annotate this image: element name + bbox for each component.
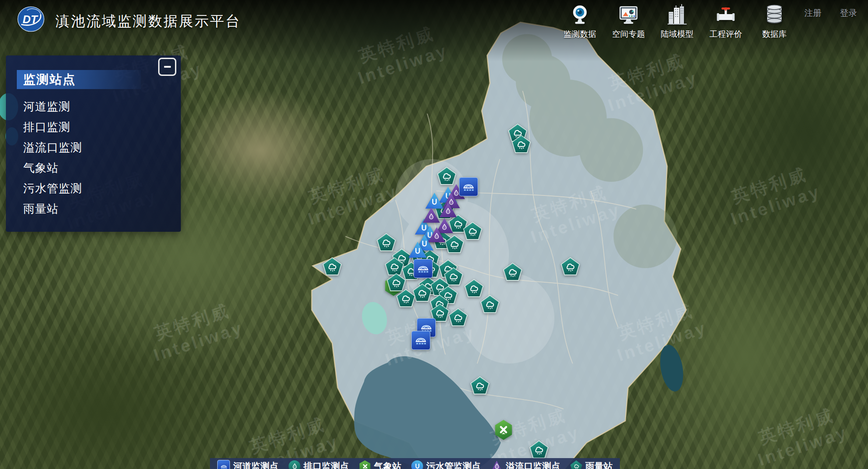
sidebar-item-3[interactable]: 溢流口监测: [17, 137, 181, 158]
river-marker-shape: [411, 331, 430, 350]
weather-marker-shape: [494, 420, 513, 440]
rain-marker-shape: [529, 440, 549, 459]
rain-marker-shape: [445, 235, 464, 253]
legend-label: 排口监测点: [304, 460, 349, 469]
legend-label: 溢流口监测点: [506, 460, 560, 469]
panel-minimize-button[interactable]: [158, 58, 176, 76]
rain-legend-icon: [570, 460, 582, 469]
rain-marker-shape: [463, 222, 482, 240]
river-marker-shape: [414, 259, 433, 278]
monitoring-stations-panel: 监测站点 河道监测排口监测溢流口监测气象站污水管监测雨量站: [6, 55, 181, 232]
rain-marker-shape: [396, 289, 415, 307]
top-nav: 监测数据空间专题陆域模型工程评价数据库: [564, 4, 791, 40]
legend-label: 雨量站: [585, 460, 613, 469]
legend-item-sewage: 污水管监测点: [411, 465, 481, 469]
legend-item-river: 河道监测点: [217, 464, 279, 469]
station-type-menu: 河道监测排口监测溢流口监测气象站污水管监测雨量站: [17, 96, 181, 219]
rain-marker-shape: [387, 273, 406, 291]
nav-item-label: 空间专题: [612, 29, 645, 40]
legend-label: 污水管监测点: [426, 460, 481, 469]
rain-marker-shape: [464, 279, 484, 297]
rain-station-marker[interactable]: [445, 235, 464, 253]
sidebar-item-4[interactable]: 气象站: [17, 158, 181, 178]
weather-legend-icon: [359, 460, 371, 469]
nav-item-spatial-theme[interactable]: 空间专题: [612, 4, 645, 40]
auth-links: 注册 登录: [804, 7, 857, 19]
sidebar-item-5[interactable]: 污水管监测: [17, 178, 181, 199]
overflow-station-marker[interactable]: [439, 202, 457, 217]
panel-title: 监测站点: [17, 70, 141, 89]
overflow-marker-shape: [428, 227, 445, 242]
rain-marker-shape: [413, 284, 432, 302]
rain-station-marker[interactable]: [503, 263, 522, 281]
nav-item-project-eval[interactable]: 工程评价: [709, 4, 742, 40]
rain-station-marker[interactable]: [396, 289, 415, 307]
rain-marker-shape: [449, 308, 468, 326]
river-legend-icon: [217, 460, 230, 469]
rain-marker-shape: [561, 257, 580, 275]
map-legend: 河道监测点排口监测点气象站污水管监测点溢流口监测点雨量站: [210, 458, 620, 469]
register-link[interactable]: 注册: [804, 7, 822, 19]
rain-station-marker[interactable]: [512, 135, 531, 153]
legend-label: 河道监测点: [233, 460, 279, 469]
rain-station-marker[interactable]: [480, 295, 499, 313]
rain-station-marker[interactable]: [413, 284, 432, 302]
nav-item-database[interactable]: 数据库: [758, 4, 791, 40]
valve-icon: [715, 4, 737, 27]
nav-item-monitor-data[interactable]: 监测数据: [564, 4, 596, 40]
rain-station-marker[interactable]: [463, 222, 482, 240]
legend-item-overflow: 溢流口监测点: [491, 465, 560, 469]
page-title: 滇池流域监测数据展示平台: [55, 12, 241, 31]
nav-item-label: 工程评价: [709, 29, 742, 40]
sewage-legend-icon: [411, 460, 423, 469]
river-station-marker[interactable]: [414, 259, 433, 278]
webcam-icon: [569, 4, 591, 27]
sewage-station-marker[interactable]: [409, 241, 427, 258]
sidebar-item-2[interactable]: 排口监测: [17, 117, 181, 137]
legend-item-rain: 雨量站: [570, 465, 613, 469]
sewage-marker-shape: [409, 241, 427, 258]
monitor-icon: [618, 4, 639, 27]
nav-item-label: 陆域模型: [661, 29, 693, 40]
river-marker-shape: [459, 177, 478, 196]
river-station-marker[interactable]: [411, 331, 430, 350]
app-logo: DT: [16, 5, 45, 34]
sidebar-item-1[interactable]: 河道监测: [17, 96, 181, 117]
legend-item-outlet: 排口监测点: [289, 465, 349, 469]
logo-text: DT: [23, 13, 39, 25]
rain-station-marker[interactable]: [449, 308, 468, 326]
nav-item-label: 监测数据: [564, 29, 596, 40]
rain-station-marker[interactable]: [437, 167, 456, 185]
database-icon: [763, 4, 785, 27]
nav-item-land-model[interactable]: 陆域模型: [661, 4, 693, 40]
nav-item-label: 数据库: [762, 29, 787, 40]
rain-station-marker[interactable]: [385, 257, 404, 275]
legend-item-weather: 气象站: [359, 465, 401, 469]
rain-marker-shape: [385, 257, 404, 275]
rain-station-marker[interactable]: [387, 273, 406, 291]
overflow-marker-shape: [439, 202, 457, 217]
buildings-icon: [666, 4, 688, 27]
outlet-legend-icon: [289, 460, 300, 469]
legend-label: 气象站: [374, 460, 401, 469]
weather-station-marker[interactable]: [494, 420, 513, 440]
app-window: 英特利威Inteliway英特利威Inteliway英特利威Inteliway英…: [0, 0, 868, 469]
rain-station-marker[interactable]: [561, 257, 580, 275]
header: DT 滇池流域监测数据展示平台 监测数据空间专题陆域模型工程评价数据库 注册 登…: [0, 0, 868, 42]
rain-marker-shape: [437, 167, 456, 185]
rain-marker-shape: [470, 376, 489, 394]
login-link[interactable]: 登录: [840, 7, 857, 19]
sidebar-item-6[interactable]: 雨量站: [17, 199, 181, 219]
rain-marker-shape: [512, 135, 531, 153]
overflow-legend-icon: [491, 460, 503, 469]
rain-station-marker[interactable]: [323, 257, 342, 275]
rain-station-marker[interactable]: [470, 376, 489, 394]
rain-marker-shape: [323, 257, 342, 275]
river-station-marker[interactable]: [459, 177, 478, 196]
rain-marker-shape: [503, 263, 522, 281]
rain-station-marker[interactable]: [464, 279, 484, 297]
rain-marker-shape: [480, 295, 499, 313]
overflow-station-marker[interactable]: [428, 227, 445, 242]
rain-station-marker[interactable]: [529, 440, 549, 459]
